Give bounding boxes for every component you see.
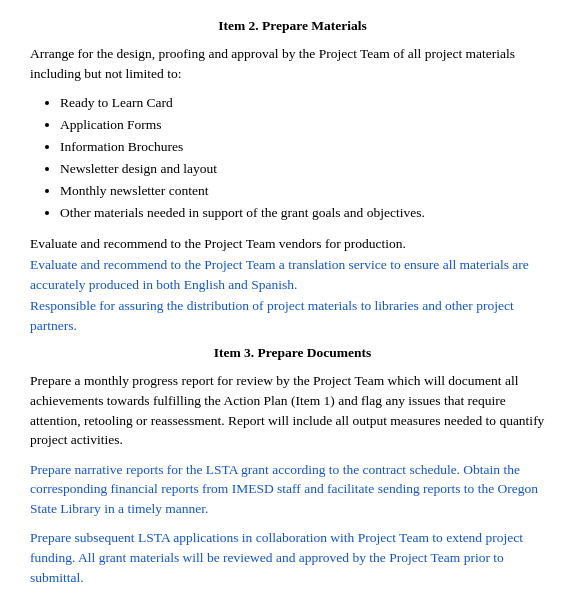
item2-distribution: Responsible for assuring the distributio… (30, 296, 555, 335)
section-item2-title: Item 2. Prepare Materials (30, 18, 555, 34)
list-item: Other materials needed in support of the… (60, 203, 555, 224)
item3-subsequent-applications: Prepare subsequent LSTA applications in … (30, 528, 555, 587)
document-content: Item 2. Prepare Materials Arrange for th… (30, 18, 555, 587)
list-item: Monthly newsletter content (60, 181, 555, 202)
item2-evaluate-vendors: Evaluate and recommend to the Project Te… (30, 234, 555, 254)
item2-bullet-list: Ready to Learn Card Application Forms In… (60, 93, 555, 224)
section-item3-title: Item 3. Prepare Documents (30, 345, 555, 361)
item3-narrative-reports: Prepare narrative reports for the LSTA g… (30, 460, 555, 519)
item3-monthly-report: Prepare a monthly progress report for re… (30, 371, 555, 449)
list-item: Ready to Learn Card (60, 93, 555, 114)
section-item3: Item 3. Prepare Documents Prepare a mont… (30, 345, 555, 587)
list-item: Information Brochures (60, 137, 555, 158)
list-item: Application Forms (60, 115, 555, 136)
item2-intro-paragraph: Arrange for the design, proofing and app… (30, 44, 555, 83)
item2-evaluate-translation: Evaluate and recommend to the Project Te… (30, 255, 555, 294)
section-item2: Item 2. Prepare Materials Arrange for th… (30, 18, 555, 335)
list-item: Newsletter design and layout (60, 159, 555, 180)
